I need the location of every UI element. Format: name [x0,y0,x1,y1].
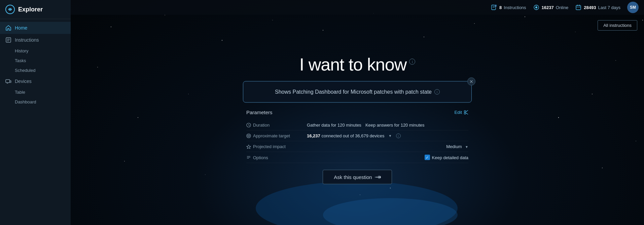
out-of-text: out of 36,679 devices [343,133,385,138]
svg-rect-42 [576,5,581,10]
all-instructions-button[interactable]: All instructions [598,20,637,31]
svg-point-46 [464,110,466,112]
devices-icon [5,78,11,84]
sidebar-item-dashboard[interactable]: Dashboard [0,97,71,107]
instructions-count: 8 [499,5,502,10]
sidebar-item-table[interactable]: Table [0,87,71,97]
impact-icon [246,144,251,149]
param-row-options: Options ✓ Keep detailed data [246,152,468,163]
user-avatar[interactable]: SM [627,2,639,13]
main-center-content: I want to know i Shows Patching Dashboar… [236,54,478,184]
impact-label: Projected impact [246,144,307,149]
param-row-duration: Duration Gather data for 120 minutes Kee… [246,120,468,131]
duration-label: Duration [246,123,307,128]
sidebar-item-devices[interactable]: Devices [0,75,71,87]
params-header: Parameters Edit [246,109,468,115]
keep-detailed-label: Keep detailed data [432,155,468,160]
main-title-text: I want to know [299,54,406,75]
home-label: Home [15,25,27,31]
last7days-stat-label: Last 7 days [598,5,621,10]
options-label: Options [246,155,307,160]
options-icon [246,155,251,160]
query-box: Shows Patching Dashboard for Microsoft p… [243,81,472,103]
options-value: ✓ Keep detailed data [307,155,468,160]
impact-dropdown-arrow[interactable]: ▼ [465,145,468,149]
last7days-stat: 28493 Last 7 days [575,4,620,11]
target-dropdown-arrow[interactable]: ▼ [389,134,392,138]
impact-value: Medium ▼ [307,144,468,149]
online-count: 16237 [542,5,554,10]
svg-point-39 [535,6,537,8]
instructions-stat: 8 8 Instructions [491,4,526,11]
sidebar-item-home[interactable]: Home [0,22,71,34]
devices-label: Devices [15,79,32,84]
query-text: Shows Patching Dashboard for Microsoft p… [253,89,462,95]
sidebar: Explorer Home Instructions History Tasks [0,0,71,225]
home-icon [5,25,11,31]
instructions-icon [5,37,11,43]
svg-rect-6 [10,81,11,83]
last7days-count: 28493 [584,5,596,10]
target-info-icon[interactable]: i [396,133,401,138]
svg-point-55 [248,135,249,136]
svg-text:8: 8 [495,5,496,7]
query-info-icon[interactable]: i [434,89,440,95]
target-label: Approximate target [246,133,307,138]
last7days-stat-icon [575,4,582,11]
main-title-container: I want to know i [299,54,415,75]
svg-rect-5 [6,80,10,83]
ask-arrow-icon [375,175,381,179]
sidebar-item-instructions[interactable]: Instructions [0,34,71,46]
sidebar-item-tasks[interactable]: Tasks [0,56,71,65]
param-row-impact: Projected impact Medium ▼ [246,141,468,152]
sidebar-item-history[interactable]: History [0,46,71,56]
instructions-stat-icon: 8 [491,4,497,11]
sidebar-logo: Explorer [0,0,71,19]
connected-label: connected [321,133,342,138]
edit-button[interactable]: Edit [455,110,468,115]
ask-question-button[interactable]: Ask this question [323,170,392,184]
svg-point-47 [464,113,466,114]
params-title: Parameters [246,109,273,115]
close-query-button[interactable]: ✕ [467,78,475,86]
svg-line-48 [466,110,468,112]
svg-line-52 [249,125,250,126]
parameters-section: Parameters Edit [243,109,472,163]
duration-value: Gather data for 120 minutes Keep answers… [307,123,468,128]
target-icon [246,133,251,138]
sidebar-item-scheduled[interactable]: Scheduled [0,65,71,75]
sidebar-navigation: Home Instructions History Tasks Schedule… [0,19,71,225]
keep-detailed-checkbox[interactable]: ✓ [425,155,430,160]
svg-line-49 [466,113,468,115]
param-row-target: Approximate target 16,237 connected out … [246,131,468,141]
connected-count: 16,237 [307,133,320,138]
scissors-icon [464,110,468,115]
app-logo-icon [5,5,15,14]
online-stat-icon [533,4,540,11]
main-content: 8 8 Instructions 16237 Online [71,0,644,225]
online-stat: 16237 Online [533,4,569,11]
instructions-label: Instructions [15,37,39,43]
instructions-stat-label: Instructions [504,5,526,10]
online-stat-label: Online [556,5,569,10]
target-value: 16,237 connected out of 36,679 devices ▼… [307,133,468,138]
top-header: 8 8 Instructions 16237 Online [71,0,644,15]
clock-icon [246,123,251,127]
title-info-icon[interactable]: i [409,59,415,65]
app-name: Explorer [18,6,43,13]
